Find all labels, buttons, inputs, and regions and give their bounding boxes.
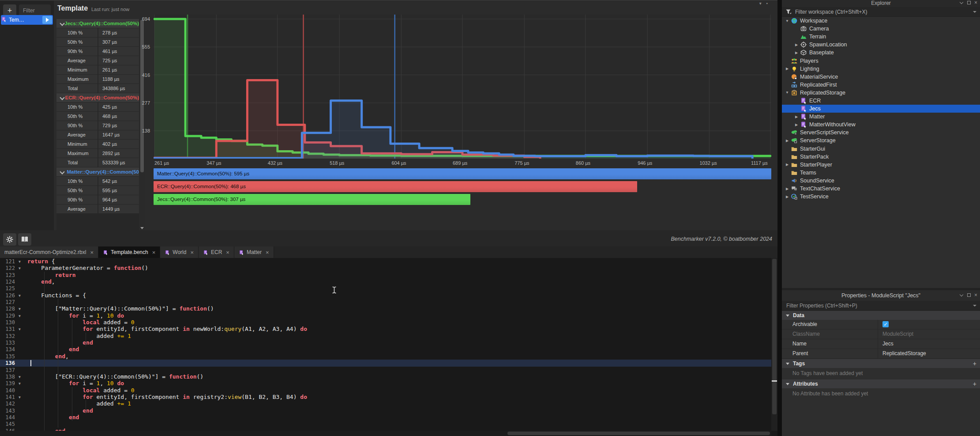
properties-filter[interactable]: Filter Properties (Ctrl+Shift+P) xyxy=(782,301,980,311)
code-line-122[interactable]: 122▼ ParameterGenerator = function() xyxy=(0,265,771,271)
fold-arrow-icon[interactable]: ▼ xyxy=(19,326,27,333)
editor-horizontal-scrollbar[interactable] xyxy=(0,431,771,436)
tree-item-startergui[interactable]: StarterGui xyxy=(782,145,980,153)
code-line-137[interactable]: 137 xyxy=(0,367,771,373)
tree-item-players[interactable]: Players xyxy=(782,57,980,64)
legend-bar[interactable]: Jecs::Query(4)::Common(50%): 307 µs xyxy=(154,194,470,205)
section-header-tags[interactable]: Tags+ xyxy=(782,359,980,368)
property-row-archivable[interactable]: Archivable✓ xyxy=(782,320,980,330)
code-line-127[interactable]: 127 xyxy=(0,299,771,305)
property-row-name[interactable]: NameJecs xyxy=(782,339,980,349)
run-benchmark-button[interactable] xyxy=(42,16,52,24)
expander-right-icon[interactable]: ▶ xyxy=(793,123,800,127)
expander-right-icon[interactable]: ▶ xyxy=(784,67,791,71)
expander-right-icon[interactable]: ▶ xyxy=(784,139,791,143)
plugin-window-controls[interactable]: ▾ ▪ xyxy=(759,1,770,6)
tree-item-baseplate[interactable]: ▶Baseplate xyxy=(782,49,980,57)
editor-vertical-scrollbar[interactable] xyxy=(771,258,777,431)
settings-button[interactable] xyxy=(3,233,16,246)
tab-world[interactable]: World× xyxy=(160,246,199,258)
tree-item-teams[interactable]: Teams xyxy=(782,169,980,177)
chevron-down-icon[interactable] xyxy=(960,293,964,297)
tree-item-lighting[interactable]: ▶Lighting xyxy=(782,65,980,73)
code-line-124[interactable]: 124 end, xyxy=(0,278,771,285)
expander-right-icon[interactable]: ▶ xyxy=(793,115,800,119)
filter-dropdown-icon[interactable] xyxy=(973,11,976,13)
code-line-140[interactable]: 140 local added = 0 xyxy=(0,387,771,394)
fold-arrow-icon[interactable]: ▼ xyxy=(19,313,27,319)
float-window-icon[interactable] xyxy=(967,293,971,297)
fold-arrow-icon[interactable]: ▼ xyxy=(19,394,27,401)
stats-group-header[interactable]: Jecs::Query(4)::Common(50%) xyxy=(56,19,139,28)
chevron-down-icon[interactable] xyxy=(960,1,964,4)
expander-down-icon[interactable]: ▼ xyxy=(784,19,791,23)
tab-close-icon[interactable]: × xyxy=(226,249,229,256)
close-icon[interactable]: × xyxy=(974,1,977,4)
tab-matterecr-common-optimize2-rbxl[interactable]: matterEcr-Common-Optimize2.rbxl× xyxy=(0,246,98,258)
code-line-141[interactable]: 141▼ for entityId, firstComponent in reg… xyxy=(0,394,771,400)
tree-item-matter[interactable]: ▶Matter xyxy=(782,113,980,121)
stats-group-header[interactable]: ECR::Query(4)::Common(50%) xyxy=(56,93,139,102)
code-line-131[interactable]: 131▼ for entityId, firstComponent in new… xyxy=(0,326,771,332)
tree-item-materialservice[interactable]: MaterialService xyxy=(782,73,980,81)
editor-hscroll-thumb[interactable] xyxy=(507,432,770,435)
legend-bar[interactable]: ECR::Query(4)::Common(50%): 468 µs xyxy=(154,181,637,192)
add-icon[interactable]: + xyxy=(973,360,976,367)
properties-header[interactable]: Properties - ModuleScript "Jecs" × xyxy=(782,290,980,301)
code-line-123[interactable]: 123 return xyxy=(0,272,771,278)
code-line-144[interactable]: 144 end xyxy=(0,414,771,421)
fold-arrow-icon[interactable]: ▼ xyxy=(19,380,27,387)
code-line-125[interactable]: 125 xyxy=(0,285,771,292)
tree-item-soundservice[interactable]: SoundService xyxy=(782,177,980,185)
property-row-classname[interactable]: ClassNameModuleScript xyxy=(782,330,980,339)
section-header-attributes[interactable]: Attributes+ xyxy=(782,379,980,388)
expander-right-icon[interactable]: ▶ xyxy=(784,187,791,191)
benchmark-list-item-template[interactable]: Tem… xyxy=(1,15,53,25)
code-area[interactable]: 121▼return {122▼ ParameterGenerator = fu… xyxy=(0,258,771,434)
docs-button[interactable] xyxy=(18,233,31,246)
tab-close-icon[interactable]: × xyxy=(190,249,194,256)
expander-down-icon[interactable]: ▼ xyxy=(784,91,791,95)
close-icon[interactable]: × xyxy=(974,293,977,297)
tree-item-starterplayer[interactable]: ▶StarterPlayer xyxy=(782,161,980,169)
code-line-142[interactable]: 142 added += 1 xyxy=(0,400,771,407)
code-line-145[interactable]: 145 xyxy=(0,421,771,427)
code-line-126[interactable]: 126▼ Functions = { xyxy=(0,292,771,299)
tree-item-terrain[interactable]: Terrain xyxy=(782,33,980,41)
tab-close-icon[interactable]: × xyxy=(152,249,156,256)
tab-template-bench[interactable]: Template.bench× xyxy=(98,246,160,258)
fold-arrow-icon[interactable]: ▼ xyxy=(19,292,27,299)
code-line-130[interactable]: 130 local added = 0 xyxy=(0,319,771,326)
code-line-133[interactable]: 133 end xyxy=(0,339,771,346)
property-row-parent[interactable]: ParentReplicatedStorage xyxy=(782,349,980,359)
fold-arrow-icon[interactable]: ▼ xyxy=(19,374,27,380)
script-editor[interactable]: 121▼return {122▼ ParameterGenerator = fu… xyxy=(0,258,777,436)
stats-scrollbar-thumb[interactable] xyxy=(140,20,144,172)
code-line-121[interactable]: 121▼return { xyxy=(0,258,771,265)
tree-item-textchatservice[interactable]: ▶TextChatService xyxy=(782,185,980,193)
tab-close-icon[interactable]: × xyxy=(266,249,269,256)
explorer-filter[interactable]: Filter workspace (Ctrl+Shift+X) xyxy=(782,7,980,17)
tree-item-serverstorage[interactable]: ▶ServerStorage xyxy=(782,136,980,144)
tree-item-workspace[interactable]: ▼Workspace xyxy=(782,17,980,25)
explorer-header[interactable]: Explorer × xyxy=(782,0,980,7)
filter-dropdown-icon[interactable] xyxy=(973,305,976,307)
tree-item-starterpack[interactable]: StarterPack xyxy=(782,153,980,161)
code-line-129[interactable]: 129▼ for i = 1, 10 do xyxy=(0,312,771,319)
fold-arrow-icon[interactable]: ▼ xyxy=(19,265,27,272)
tree-item-camera[interactable]: Camera xyxy=(782,25,980,33)
editor-vscroll-thumb[interactable] xyxy=(772,259,777,414)
tab-matter[interactable]: Matter× xyxy=(234,246,274,258)
legend-bar[interactable]: Matter::Query(4)::Common(50%): 595 µs xyxy=(154,168,771,179)
code-line-135[interactable]: 135 end, xyxy=(0,353,771,360)
tab-close-icon[interactable]: × xyxy=(90,249,94,256)
archivable-checkbox[interactable]: ✓ xyxy=(882,321,889,327)
tree-item-testservice[interactable]: ▶TestService xyxy=(782,193,980,201)
scroll-down-icon[interactable] xyxy=(140,227,144,229)
code-line-138[interactable]: 138▼ ["ECR::Query(4)::Common(50%)"] = fu… xyxy=(0,373,771,380)
tree-item-spawnlocation[interactable]: ▶SpawnLocation xyxy=(782,41,980,49)
fold-arrow-icon[interactable]: ▼ xyxy=(19,258,27,265)
code-line-136[interactable]: 136 xyxy=(0,360,771,366)
float-window-icon[interactable] xyxy=(967,1,971,4)
expander-right-icon[interactable]: ▶ xyxy=(793,43,800,47)
